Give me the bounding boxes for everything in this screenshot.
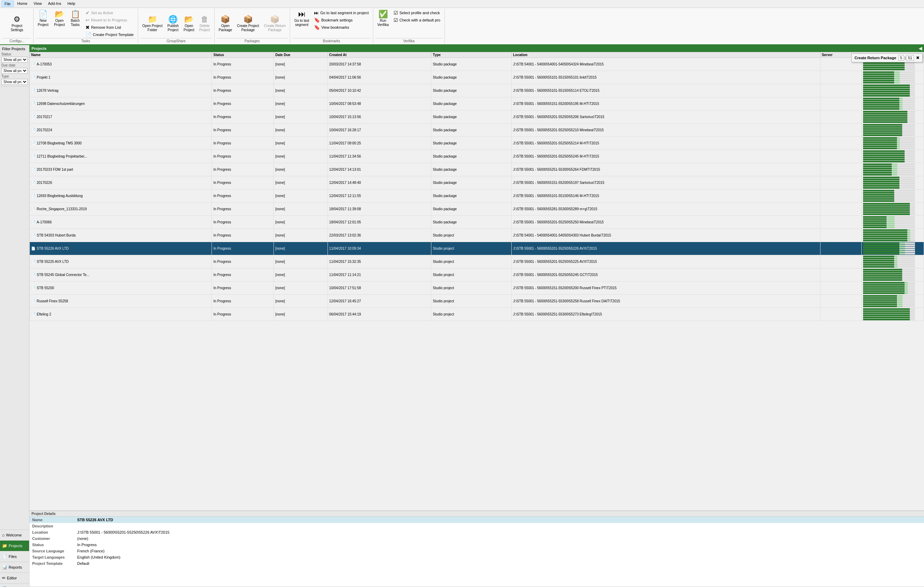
sidebar-item-editor[interactable]: ✏ Editor xyxy=(0,572,29,583)
cell-name: 📄12708 Blogbeitrag TMS 3000 xyxy=(30,137,212,150)
sidebar-item-welcome[interactable]: ⌂ Welcome xyxy=(0,529,29,540)
remove-from-list-button[interactable]: ✖ Remove from List xyxy=(83,24,136,31)
cell-status: In Progress xyxy=(212,295,274,308)
template-label: Create Project Template xyxy=(93,33,134,37)
detail-label: Source Language xyxy=(30,548,74,554)
table-row[interactable]: 📄12698 Datenschutzerklärungen In Progres… xyxy=(30,97,924,111)
cell-created-at: 10/04/2017 08:53:48 xyxy=(327,97,431,111)
table-row[interactable]: 📄Roche_Singapore_113331-2019 In Progress… xyxy=(30,203,924,216)
bookmark-settings-button[interactable]: 🔖 Bookmark settings xyxy=(312,17,371,23)
cell-type: Studio package xyxy=(431,124,512,137)
cell-type: Studio project xyxy=(431,281,512,295)
project-settings-button[interactable]: ⚙ Project Settings xyxy=(3,15,31,33)
publish-project-button[interactable]: 🌐 PublishProject xyxy=(165,15,181,33)
table-row[interactable]: 📄A-170066 In Progress [none] 18/04/2017 … xyxy=(30,216,924,229)
col-created-at: Created At xyxy=(327,52,431,58)
table-row[interactable]: 📄A-170053 In Progress [none] 20/03/2017 … xyxy=(30,58,924,71)
table-row[interactable]: 📄STB 54303 Hubert Burda In Progress [non… xyxy=(30,229,924,242)
status-filter-label: Status xyxy=(2,51,28,57)
counter-box-2[interactable]: 51 xyxy=(906,55,914,61)
publish-icon: 🌐 xyxy=(168,16,178,23)
open-project-folder-button[interactable]: 📁 Open ProjectFolder xyxy=(140,15,165,33)
create-return-package-button[interactable]: 📦 Create ReturnPackage xyxy=(262,15,288,33)
menu-file[interactable]: File xyxy=(2,1,14,7)
sidebar-item-projects[interactable]: 📁 Projects xyxy=(0,540,29,551)
table-row[interactable]: 📄STB 55225 AVX LTD In Progress [none] 11… xyxy=(30,255,924,268)
table-row[interactable]: 📄Efteling 2 In Progress [none] 06/04/201… xyxy=(30,308,924,321)
cell-server xyxy=(820,111,861,124)
create-project-package-button[interactable]: 📦 Create ProjectPackage xyxy=(235,15,261,33)
open-package-label: OpenPackage xyxy=(219,24,232,32)
remove-icon: ✖ xyxy=(86,25,90,30)
detail-row: Status In Progress xyxy=(30,542,924,548)
cell-location: J:\STB 55001 - 56000\55201-55250\55250 M… xyxy=(512,216,820,229)
status-filter-select[interactable]: Show all projects xyxy=(2,57,28,63)
table-row[interactable]: 📄12693 Blogbeitrag Ausbildung In Progres… xyxy=(30,189,924,203)
go-to-last-in-project-button[interactable]: ⏭ Go to last segment in project xyxy=(312,9,371,16)
check-default-button[interactable]: ☑ Check with a default pro xyxy=(391,17,442,23)
table-row[interactable]: 📄Projekt 1 In Progress [none] 04/04/2017… xyxy=(30,71,924,84)
sidebar-item-files[interactable]: 📄 Files xyxy=(0,551,29,562)
select-profile-button[interactable]: ☑ Select profile and check xyxy=(391,9,442,16)
bookmark-settings-label: Bookmark settings xyxy=(321,18,352,22)
create-project-template-button[interactable]: 📄 Create Project Template xyxy=(83,31,136,38)
detail-value: In Progress xyxy=(74,542,924,548)
ribbon-group-bookmarks: ⏭ Go to lastsegment ⏭ Go to last segment… xyxy=(290,9,373,44)
type-filter-select[interactable]: Show all projects xyxy=(2,79,28,85)
cell-status: In Progress xyxy=(212,97,274,111)
cell-date-due: [none] xyxy=(274,163,328,176)
open-project-button[interactable]: 📂 OpenProject xyxy=(52,9,67,28)
due-date-filter-select[interactable]: Show all projects xyxy=(2,68,28,74)
detail-value: STB 55226 AVX LTD xyxy=(74,517,924,523)
table-row[interactable]: 📄20170233 FDM 1st part In Progress [none… xyxy=(30,163,924,176)
cell-created-at: 12/04/2017 14:13:01 xyxy=(327,163,431,176)
detail-row: Project Template Default xyxy=(30,561,924,567)
cell-location: J:\STB 55001 - 56000\55251-55300\55273 E… xyxy=(512,308,820,321)
table-row[interactable]: 📄12711 Blogbeitrag Projektarbei... In Pr… xyxy=(30,150,924,163)
open-gs-label: OpenProject xyxy=(183,24,194,32)
cell-type: Studio package xyxy=(431,111,512,124)
table-row[interactable]: 📄Russell Finex 55258 In Progress [none] … xyxy=(30,295,924,308)
view-bookmarks-button[interactable]: 🔖 View bookmarks xyxy=(312,24,371,31)
select-profile-icon: ☑ xyxy=(394,10,398,16)
menu-view[interactable]: View xyxy=(31,1,45,7)
table-row[interactable]: 📄12708 Blogbeitrag TMS 3000 In Progress … xyxy=(30,137,924,150)
open-package-button[interactable]: 📦 OpenPackage xyxy=(217,15,234,33)
sidebar-item-translation[interactable]: 🌐 Translatio... xyxy=(0,583,29,587)
run-verifika-button[interactable]: ✅ RunVerifika xyxy=(375,9,391,28)
revert-in-progress-button[interactable]: ↩ Revert to In Progress xyxy=(83,17,136,23)
detail-row: Description xyxy=(30,523,924,529)
col-location: Location xyxy=(512,52,820,58)
col-name: Name xyxy=(30,52,212,58)
table-row[interactable]: 📄STB 55226 AVX LTD In Progress [none] 11… xyxy=(30,242,924,255)
menu-help[interactable]: Help xyxy=(65,1,78,7)
project-table-wrap: Name Status Date Due Created At Type Loc… xyxy=(30,52,924,511)
counter-box-1[interactable]: 5 xyxy=(898,55,904,61)
cell-progress xyxy=(862,268,924,281)
cell-status: In Progress xyxy=(212,308,274,321)
cell-server xyxy=(820,84,861,97)
menu-home[interactable]: Home xyxy=(15,1,30,7)
cell-created-at: 11/04/2017 09:00:25 xyxy=(327,137,431,150)
verifika-small: ☑ Select profile and check ☑ Check with … xyxy=(391,9,442,23)
table-row[interactable]: 📄20170224 In Progress [none] 10/04/2017 … xyxy=(30,124,924,137)
cell-type: Studio package xyxy=(431,203,512,216)
menu-addins[interactable]: Add-Ins xyxy=(45,1,64,7)
cell-status: In Progress xyxy=(212,176,274,189)
sidebar-item-reports[interactable]: 📊 Reports xyxy=(0,562,29,572)
go-to-last-segment-button[interactable]: ⏭ Go to lastsegment xyxy=(292,9,311,28)
create-pkg-icon: 📦 xyxy=(243,16,253,23)
table-row[interactable]: 📄20170217 In Progress [none] 10/04/2017 … xyxy=(30,111,924,124)
new-project-button[interactable]: 📄 NewProject xyxy=(36,9,51,28)
cell-created-at: 20/03/2017 14:37:58 xyxy=(327,58,431,71)
table-row[interactable]: 📄12678 Vertrag In Progress [none] 05/04/… xyxy=(30,84,924,97)
open-project-gs-button[interactable]: 📂 OpenProject xyxy=(182,15,196,33)
popup-close-icon[interactable]: ✖ xyxy=(916,55,919,60)
batch-tasks-button[interactable]: 📋 BatchTasks xyxy=(68,9,82,28)
delete-project-button[interactable]: 🗑 DeleteProject xyxy=(197,15,212,33)
table-row[interactable]: 📄20170226 In Progress [none] 12/04/2017 … xyxy=(30,176,924,189)
table-row[interactable]: 📄STB 55245 Global Connector Te... In Pro… xyxy=(30,268,924,281)
table-row[interactable]: 📄STB 55200 In Progress [none] 10/04/2017… xyxy=(30,281,924,295)
set-as-active-button[interactable]: ✔ Set as Active xyxy=(83,9,136,16)
cell-type: Studio project xyxy=(431,242,512,255)
